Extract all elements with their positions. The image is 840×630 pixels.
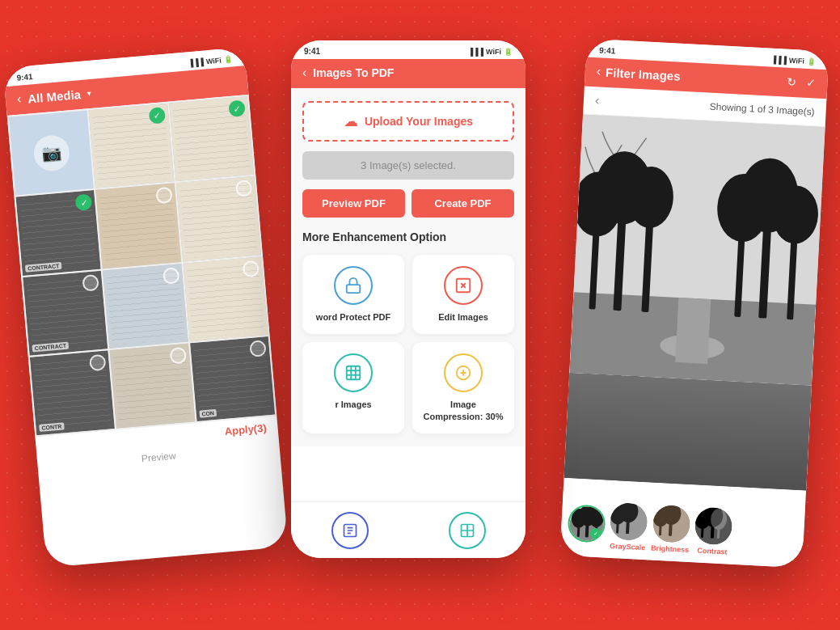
left-status-icons: ▐▐▐ WiFi 🔋	[188, 55, 233, 67]
svg-rect-36	[626, 396, 634, 457]
middle-status-bar: 9:41 ▐▐▐ WiFi 🔋	[291, 40, 526, 59]
showing-text: Showing 1 of 3 Image(s)	[709, 101, 815, 118]
bottom-nav	[291, 501, 526, 558]
grid-cell[interactable]	[95, 184, 180, 268]
filter-thumb-label: Brightness	[651, 543, 689, 553]
edit-images-icon	[444, 266, 483, 305]
middle-time: 9:41	[304, 47, 320, 56]
signal-icon: ▐▐▐	[188, 57, 204, 67]
grid-cell[interactable]: ✓	[89, 104, 174, 188]
image-grid: 📷 ✓ ✓ CONTRACT ✓	[7, 95, 277, 438]
left-header-title: All Media	[27, 87, 82, 106]
phone-left: 9:41 ▐▐▐ WiFi 🔋 ‹ All Media ▾ 📷 ✓ ✓	[3, 47, 289, 568]
camera-icon: 📷	[32, 133, 71, 172]
preview-pdf-button[interactable]: Preview PDF	[302, 189, 405, 218]
grid-cell[interactable]	[183, 256, 268, 341]
phone-right: 9:41 ▐▐▐ WiFi 🔋 ‹ Filter Images ↻ ✓ ‹ Sh…	[559, 39, 829, 569]
filter-thumb-selected[interactable]: ✓	[567, 504, 606, 545]
grid-cell[interactable]	[103, 264, 188, 349]
battery-icon: 🔋	[504, 48, 513, 56]
right-status-icons: ▐▐▐ WiFi 🔋	[771, 55, 817, 66]
filter-thumb-label: GrayScale	[610, 541, 646, 551]
password-protect-card[interactable]: word Protect PDF	[302, 255, 404, 334]
compression-card[interactable]: Image Compression: 30%	[412, 342, 514, 433]
right-header-title: Filter Images	[606, 65, 681, 82]
filter-images-icon	[334, 353, 373, 392]
password-protect-icon	[334, 266, 373, 305]
doc-label: CON	[199, 409, 217, 418]
grid-cell[interactable]: CON	[190, 336, 275, 421]
right-time: 9:41	[599, 45, 616, 55]
battery-icon: 🔋	[223, 55, 233, 64]
phones-container: 9:41 ▐▐▐ WiFi 🔋 ‹ All Media ▾ 📷 ✓ ✓	[0, 0, 840, 630]
filter-images-card[interactable]: r Images	[302, 342, 404, 433]
back-arrow-icon[interactable]: ‹	[596, 64, 601, 78]
svg-rect-31	[564, 429, 808, 491]
grid-cell[interactable]: CONTR	[30, 350, 115, 435]
edit-images-card[interactable]: Edit Images	[412, 255, 514, 334]
filter-thumb-img	[694, 506, 732, 545]
bw-tree-image	[569, 114, 825, 385]
header-left-group: ‹ Filter Images	[596, 64, 681, 82]
grid-cell[interactable]: CONTRACT	[23, 270, 108, 355]
signal-icon: ▐▐▐	[468, 48, 483, 56]
bottom-bw-image	[564, 373, 811, 491]
upload-icon: ☁	[344, 112, 358, 130]
doc-label: CONTR	[39, 423, 65, 433]
wifi-icon: WiFi	[205, 56, 222, 66]
filter-thumbnails: ✓ GrayScale	[559, 491, 805, 569]
action-buttons: Preview PDF Create PDF	[302, 189, 514, 218]
bottom-strip-image	[564, 373, 811, 491]
main-image-area	[569, 114, 825, 385]
subheader-back-icon[interactable]: ‹	[594, 93, 599, 108]
filter-thumb-img: ✓	[567, 504, 606, 543]
check-icon[interactable]: ✓	[806, 76, 817, 90]
svg-rect-2	[347, 366, 361, 380]
signal-icon: ▐▐▐	[771, 55, 787, 64]
nav-grid-icon[interactable]	[449, 512, 486, 549]
selected-count-bar: 3 Image(s) selected.	[302, 151, 514, 180]
doc-label: CONTRACT	[25, 262, 62, 273]
filter-thumb-label: Contrast	[697, 546, 727, 556]
camera-cell[interactable]: 📷	[9, 110, 94, 195]
filter-thumb-contrast[interactable]: Contrast	[694, 506, 733, 556]
nav-pdf-icon[interactable]	[331, 512, 369, 549]
back-arrow-icon[interactable]: ‹	[302, 66, 306, 80]
left-time: 9:41	[16, 72, 33, 82]
filter-thumb-img	[610, 501, 648, 540]
svg-rect-0	[347, 285, 361, 293]
middle-status-icons: ▐▐▐ WiFi 🔋	[468, 48, 513, 56]
filter-thumb-grayscale[interactable]: GrayScale	[609, 501, 648, 551]
upload-button[interactable]: ☁ Upload Your Images	[302, 101, 514, 142]
filter-thumb-img	[652, 504, 690, 543]
wifi-icon: WiFi	[486, 48, 501, 56]
middle-header: ‹ Images To PDF	[291, 59, 526, 88]
grid-cell[interactable]	[110, 344, 195, 429]
middle-content: ☁ Upload Your Images 3 Image(s) selected…	[291, 88, 526, 446]
edit-images-label: Edit Images	[438, 311, 488, 323]
svg-rect-34	[597, 391, 606, 455]
svg-point-37	[616, 373, 647, 412]
refresh-icon[interactable]: ↻	[787, 75, 797, 89]
doc-label: CONTRACT	[32, 341, 70, 352]
middle-header-title: Images To PDF	[313, 66, 394, 79]
grid-cell[interactable]: ✓	[169, 96, 254, 181]
grid-cell[interactable]: CONTRACT ✓	[16, 190, 101, 275]
upload-text: Upload Your Images	[365, 115, 473, 128]
header-right-icons: ↻ ✓	[787, 75, 817, 90]
phone-middle: 9:41 ▐▐▐ WiFi 🔋 ‹ Images To PDF ☁ Upload…	[291, 40, 526, 558]
svg-point-35	[583, 373, 624, 412]
compression-label: Image Compression: 30%	[420, 399, 506, 422]
wifi-icon: WiFi	[789, 56, 804, 65]
dropdown-arrow-icon[interactable]: ▾	[87, 88, 91, 97]
grid-cell[interactable]	[175, 176, 260, 261]
enhancement-title: More Enhancement Option	[302, 230, 514, 243]
svg-rect-30	[564, 373, 811, 491]
filter-thumb-brightness[interactable]: Brightness	[651, 504, 691, 553]
enhancement-grid: word Protect PDF Edit Images	[302, 255, 514, 433]
selected-count-text: 3 Image(s) selected.	[361, 159, 456, 171]
back-arrow-icon[interactable]: ‹	[16, 91, 22, 106]
selected-check: ✓	[590, 527, 602, 539]
compression-icon	[444, 353, 483, 392]
create-pdf-button[interactable]: Create PDF	[412, 189, 514, 218]
